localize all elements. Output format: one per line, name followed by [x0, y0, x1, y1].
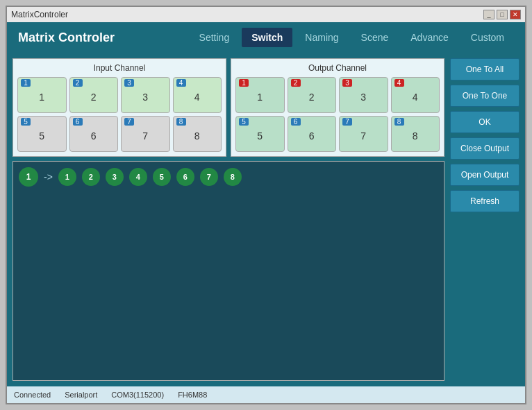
- app-title: Matrix Controler: [18, 31, 190, 45]
- input-badge-4: 4: [176, 79, 186, 87]
- output-label-6: 6: [309, 130, 315, 142]
- input-cell-8[interactable]: 8 8: [173, 116, 222, 152]
- input-label-6: 6: [91, 130, 97, 142]
- output-channel-title: Output Channel: [235, 63, 440, 73]
- tab-setting[interactable]: Setting: [190, 28, 240, 47]
- mapping-dest-7[interactable]: 7: [200, 168, 218, 186]
- minimize-button[interactable]: _: [483, 10, 494, 19]
- tab-advance[interactable]: Advance: [401, 28, 458, 47]
- mapping-dest-1[interactable]: 1: [58, 168, 76, 186]
- output-label-8: 8: [413, 130, 418, 142]
- input-cell-1[interactable]: 1 1: [17, 77, 67, 113]
- input-cell-2[interactable]: 2 2: [69, 77, 119, 113]
- close-output-button[interactable]: Close Output: [450, 137, 519, 160]
- input-label-7: 7: [142, 130, 148, 142]
- refresh-button[interactable]: Refresh: [450, 190, 519, 212]
- input-cell-7[interactable]: 7 7: [121, 116, 170, 152]
- mapping-arrow: ->: [44, 171, 53, 182]
- mapping-dest-3[interactable]: 3: [106, 168, 124, 186]
- output-cell-3[interactable]: 3 3: [339, 77, 388, 113]
- mapping-dest-6[interactable]: 6: [176, 168, 194, 186]
- status-connected: Connected: [14, 391, 51, 399]
- input-label-8: 8: [194, 130, 200, 142]
- title-bar-title: MatrixControler: [11, 10, 68, 19]
- input-cell-5[interactable]: 5 5: [17, 116, 67, 152]
- output-badge-2: 2: [291, 79, 301, 87]
- title-bar-controls: _ □ ✕: [483, 10, 521, 19]
- output-badge-3: 3: [342, 79, 352, 87]
- mapping-dest-4[interactable]: 4: [129, 168, 147, 186]
- header: Matrix Controler Setting Switch Naming S…: [7, 22, 525, 53]
- open-output-button[interactable]: Open Output: [450, 164, 519, 186]
- output-cell-5[interactable]: 5 5: [235, 116, 285, 152]
- output-badge-8: 8: [394, 118, 404, 126]
- input-channel-grid: 1 1 2 2 3 3 4 4: [17, 77, 222, 152]
- input-badge-3: 3: [124, 79, 134, 87]
- status-bar: Connected Serialport COM3(115200) FH6M88: [7, 386, 525, 403]
- output-channel-grid: 1 1 2 2 3 3 4 4: [235, 77, 440, 152]
- right-panel: One To All One To One OK Close Output Op…: [450, 58, 519, 381]
- output-cell-6[interactable]: 6 6: [288, 116, 337, 152]
- input-badge-8: 8: [176, 118, 186, 126]
- input-label-4: 4: [194, 92, 200, 103]
- one-to-all-button[interactable]: One To All: [450, 58, 519, 80]
- output-label-3: 3: [360, 92, 366, 103]
- input-cell-3[interactable]: 3 3: [121, 77, 170, 113]
- output-cell-8[interactable]: 8 8: [391, 116, 440, 152]
- mapping-dest-2[interactable]: 2: [82, 168, 100, 186]
- input-label-2: 2: [91, 92, 97, 103]
- output-channel-box: Output Channel 1 1 2 2 3 3: [231, 58, 444, 157]
- channels-row: Input Channel 1 1 2 2 3 3: [13, 58, 444, 157]
- close-button[interactable]: ✕: [510, 10, 521, 19]
- input-cell-6[interactable]: 6 6: [69, 116, 119, 152]
- input-channel-title: Input Channel: [17, 63, 222, 73]
- output-cell-2[interactable]: 2 2: [288, 77, 337, 113]
- output-label-4: 4: [413, 92, 418, 103]
- nav-tabs: Setting Switch Naming Scene Advance Cust…: [190, 28, 514, 47]
- main-content: Input Channel 1 1 2 2 3 3: [7, 53, 525, 386]
- output-badge-7: 7: [342, 118, 352, 126]
- output-badge-6: 6: [291, 118, 301, 126]
- output-cell-7[interactable]: 7 7: [339, 116, 388, 152]
- maximize-button[interactable]: □: [497, 10, 508, 19]
- input-badge-6: 6: [73, 118, 83, 126]
- input-label-3: 3: [142, 92, 148, 103]
- output-cell-4[interactable]: 4 4: [391, 77, 440, 113]
- one-to-one-button[interactable]: One To One: [450, 85, 519, 107]
- input-label-1: 1: [39, 92, 44, 103]
- ok-button[interactable]: OK: [450, 111, 519, 133]
- input-badge-1: 1: [21, 79, 31, 87]
- output-label-5: 5: [257, 130, 263, 142]
- mapping-dest-5[interactable]: 5: [153, 168, 171, 186]
- output-badge-4: 4: [394, 79, 404, 87]
- center-area: Input Channel 1 1 2 2 3 3: [13, 58, 444, 381]
- mapping-line-1: 1 -> 1 2 3 4 5 6 7 8: [19, 167, 438, 187]
- output-label-2: 2: [309, 92, 315, 103]
- input-badge-7: 7: [124, 118, 134, 126]
- output-badge-5: 5: [239, 118, 249, 126]
- output-label-7: 7: [360, 130, 366, 142]
- tab-switch[interactable]: Switch: [242, 28, 292, 47]
- status-device: FH6M88: [178, 391, 207, 399]
- output-badge-1: 1: [239, 79, 249, 87]
- mapping-dest-8[interactable]: 8: [224, 168, 242, 186]
- input-badge-5: 5: [21, 118, 31, 126]
- main-window: MatrixControler _ □ ✕ Matrix Controler S…: [6, 6, 526, 404]
- mapping-source[interactable]: 1: [19, 167, 38, 187]
- input-badge-2: 2: [73, 79, 83, 87]
- mapping-area: 1 -> 1 2 3 4 5 6 7 8: [13, 161, 444, 381]
- status-serialport: Serialport: [65, 391, 97, 399]
- input-cell-4[interactable]: 4 4: [173, 77, 222, 113]
- output-label-1: 1: [257, 92, 263, 103]
- output-cell-1[interactable]: 1 1: [235, 77, 285, 113]
- tab-scene[interactable]: Scene: [351, 28, 399, 47]
- tab-naming[interactable]: Naming: [295, 28, 348, 47]
- input-label-5: 5: [39, 130, 44, 142]
- title-bar: MatrixControler _ □ ✕: [7, 7, 525, 22]
- input-channel-box: Input Channel 1 1 2 2 3 3: [13, 58, 226, 157]
- status-com: COM3(115200): [111, 391, 164, 399]
- tab-custom[interactable]: Custom: [461, 28, 514, 47]
